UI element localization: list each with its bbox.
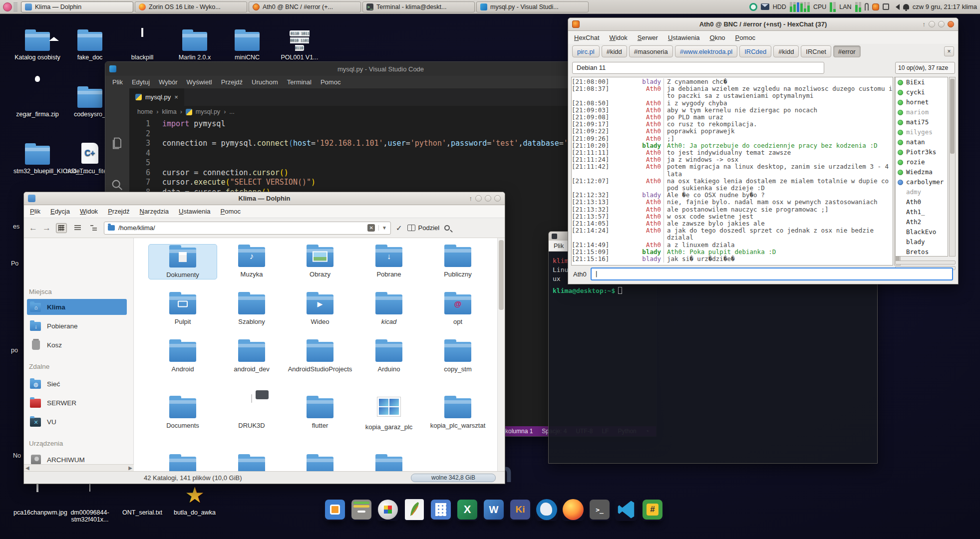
user-list-item[interactable]: BlackEvo [896,227,948,237]
accept-icon[interactable]: ✓ [396,224,402,233]
user-list[interactable]: BiExicyckihornetmariommati75milygesnatan… [895,77,948,257]
user-list-item[interactable]: Piotr3ks [896,147,948,157]
sidebar-hscrollbar[interactable]: ◀▶ [24,464,134,471]
file-item[interactable]: flutter [286,395,354,430]
maximize-button[interactable] [938,21,945,27]
firefox-icon[interactable] [562,498,585,521]
dolphin-titlebar[interactable]: Klima — Dolphin ↑ [24,192,505,205]
search-icon[interactable] [110,178,124,192]
menu-item[interactable]: Pomoc [735,34,755,41]
archive-manager-icon[interactable] [350,498,373,521]
user-list-item[interactable]: mati75 [896,117,948,127]
maximize-button[interactable] [485,195,491,202]
channel-tab[interactable]: #kidd [602,45,627,57]
menu-item[interactable]: Wyświetl [187,78,212,86]
user-list-item[interactable]: Ath2 [896,217,948,227]
userlist-scrollbar[interactable] [949,77,956,257]
clipboard-icon[interactable] [865,3,869,10]
file-item[interactable]: Pulpit [148,291,217,326]
sidebar-item-pobierane[interactable]: ↓Pobierane [27,318,127,334]
file-item[interactable]: ▶Wideo [286,291,354,326]
desktop-icon[interactable]: dm00096844-stm32f401x... [66,484,114,524]
word-icon[interactable]: W [482,498,505,521]
user-list-item[interactable]: admy [896,187,948,197]
hexchat-titlebar[interactable]: Ath0 @ BNC / #error (+nst) - HexChat (37… [568,18,958,31]
tab-mysql-py[interactable]: mysql.py × [129,88,185,106]
desktop-icon[interactable]: ★butla_do_awka [171,484,219,516]
location-bar[interactable]: /home/klima/ ✕ ▼ [104,222,391,235]
user-list-item[interactable]: mariom [896,107,948,117]
desktop-icon[interactable]: zegar_firma.zip [13,86,61,118]
distro-menu-icon[interactable] [3,2,12,11]
close-button[interactable] [948,21,954,27]
search-icon[interactable] [444,225,450,231]
channel-tab[interactable]: #www.elektroda.pl [675,45,738,57]
menu-item[interactable]: Wybór [159,78,177,86]
file-item[interactable]: Arduino [354,339,423,373]
folder-view[interactable]: Dokumenty♪MuzykaObrazy↓PobranePublicznyP… [134,238,497,471]
capture-aperture-icon[interactable] [749,3,757,11]
menu-item[interactable]: Pomoc [221,208,241,215]
sidebar-item-vu[interactable]: ✕VU [27,414,127,430]
file-item[interactable]: Dokumenty [148,244,217,279]
desktop-icon[interactable]: miniCNC [223,29,271,61]
file-item[interactable]: Obrazy [286,244,354,278]
imagemagick-feather-icon[interactable] [403,498,426,521]
menu-item[interactable]: Plik [554,243,564,250]
file-item[interactable]: ↓Pobrane [354,244,423,278]
message-input[interactable]: | [591,268,953,280]
user-list-item[interactable]: cycki [896,87,948,97]
file-item[interactable]: kopia_garaz_plc [354,395,423,431]
menu-item[interactable]: Przejdź [108,208,129,215]
panel-grip[interactable] [13,2,17,11]
back-icon[interactable]: ← [29,223,37,233]
menu-item[interactable]: Narzędzia [139,208,169,215]
desktop-icon[interactable]: fake_doc [66,29,114,61]
desktop-icon[interactable]: 0110 1011 0010 1101 0110POL001 V1... [276,29,324,61]
desktop-icon[interactable]: Katalog osobisty [13,29,61,61]
screen-icon[interactable] [883,3,889,10]
breadcrumb-item[interactable]: klima [162,108,176,115]
file-item[interactable]: Publiczny [423,244,492,278]
breadcrumb-item[interactable]: ... [229,108,234,115]
menu-item[interactable]: Serwer [638,34,658,41]
channel-tab[interactable]: pirc.pl [572,45,600,57]
tree-view-button[interactable] [88,223,99,233]
menu-item[interactable]: Edycja [50,208,70,215]
user-list-item[interactable]: Wiedzma [896,167,948,177]
menu-item[interactable]: Terminal [287,78,312,86]
menu-item[interactable]: Pomoc [321,78,340,86]
minimize-button[interactable] [929,21,935,27]
menu-item[interactable]: Okno [710,34,725,41]
taskbar-button[interactable]: Ath0 @ BNC / #error (+... [249,1,361,12]
file-item[interactable]: DRUK3D [217,395,286,430]
list-view-button[interactable] [72,223,83,233]
user-list-item[interactable]: Ath0 [896,197,948,207]
file-item[interactable]: Szablony [217,291,286,326]
channel-tab[interactable]: #kidd [773,45,799,57]
split-button[interactable]: Podziel [407,224,440,232]
file-item[interactable]: kopia_plc_warsztat [423,395,492,430]
terminal-icon[interactable]: >_ [588,498,611,521]
tab-close-icon[interactable]: × [174,93,178,101]
file-item[interactable]: AndroidStudioProjects [286,339,354,373]
modeler-sphere-icon[interactable] [376,498,399,521]
excel-icon[interactable]: X [456,498,479,521]
volume-icon[interactable] [893,4,900,10]
explorer-icon[interactable] [110,136,124,150]
file-item[interactable]: Android [148,339,217,373]
file-item[interactable]: @opt [423,291,492,326]
menu-item[interactable]: Przejdź [221,78,243,86]
file-item[interactable]: copy_stm [423,339,492,373]
menu-item[interactable]: HexChat [574,34,600,41]
clear-icon[interactable]: ✕ [367,224,375,232]
user-list-item[interactable]: Bretos [896,247,948,257]
office-suite-icon[interactable] [324,498,346,521]
file-item[interactable]: ♪Muzyka [217,244,286,278]
channel-tab[interactable]: #error [833,45,861,57]
file-item[interactable]: android_dev [217,339,286,373]
user-list-item[interactable]: Ath1_ [896,207,948,217]
user-list-item[interactable]: rozie [896,157,948,167]
sidebar-item-serwer[interactable]: SERWER [27,395,127,411]
sidebar-item-kosz[interactable]: Kosz [27,337,127,353]
